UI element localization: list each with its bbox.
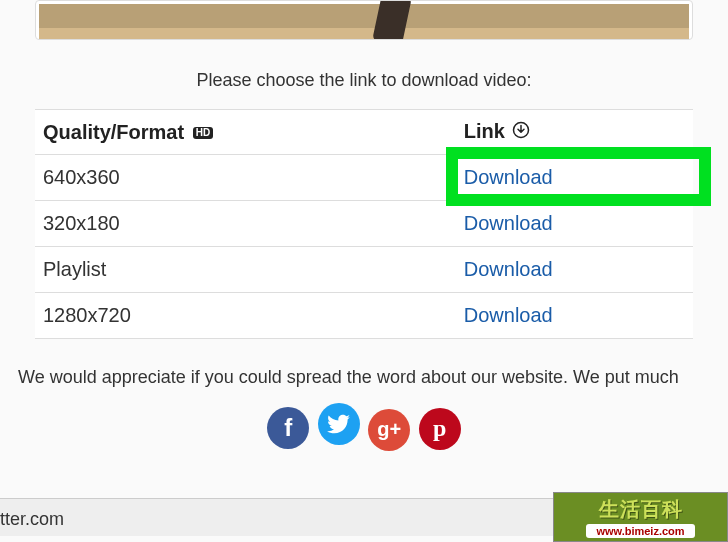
social-row: f g+ p (0, 403, 728, 451)
download-icon (512, 121, 530, 144)
twitter-icon[interactable] (318, 403, 360, 445)
pinterest-icon[interactable]: p (419, 408, 461, 450)
quality-cell: 320x180 (35, 201, 456, 247)
download-link[interactable]: Download (464, 258, 553, 280)
header-link-label: Link (464, 120, 505, 142)
watermark-url: www.bimeiz.com (586, 524, 694, 538)
download-table: Quality/Format HD Link 640x360 Download … (35, 109, 693, 339)
facebook-icon[interactable]: f (267, 407, 309, 449)
googleplus-icon[interactable]: g+ (368, 409, 410, 451)
quality-cell: Playlist (35, 247, 456, 293)
hd-icon: HD (193, 127, 213, 139)
table-row: 1280x720 Download (35, 293, 693, 339)
quality-cell: 1280x720 (35, 293, 456, 339)
video-thumbnail (39, 4, 689, 40)
watermark-cn: 生活百科 (599, 496, 683, 523)
table-row: 320x180 Download (35, 201, 693, 247)
video-frame (35, 0, 693, 40)
table-row: 640x360 Download (35, 155, 693, 201)
download-link[interactable]: Download (464, 304, 553, 326)
link-cell: Download (456, 155, 693, 201)
watermark: 生活百科 www.bimeiz.com (553, 492, 728, 542)
link-cell: Download (456, 247, 693, 293)
table-row: Playlist Download (35, 247, 693, 293)
download-link[interactable]: Download (464, 212, 553, 234)
quality-cell: 640x360 (35, 155, 456, 201)
header-link: Link (456, 110, 693, 155)
header-quality: Quality/Format HD (35, 110, 456, 155)
link-cell: Download (456, 293, 693, 339)
link-cell: Download (456, 201, 693, 247)
footer-text: tter.com (0, 509, 64, 529)
download-link[interactable]: Download (464, 166, 553, 188)
header-quality-label: Quality/Format (43, 121, 184, 143)
appreciate-text: We would appreciate if you could spread … (18, 367, 728, 388)
instruction-text: Please choose the link to download video… (0, 70, 728, 91)
